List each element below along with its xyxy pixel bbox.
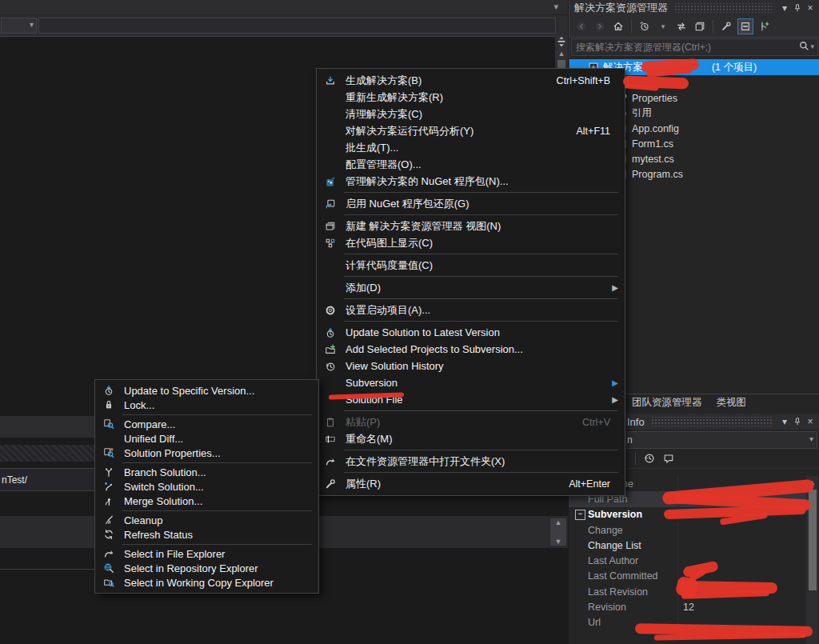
menu-item-show-on-code-map[interactable]: 在代码图上显示(C): [317, 234, 625, 251]
solution-explorer-header: 解决方案资源管理器 ▾ ×: [569, 0, 819, 16]
show-all-files-icon[interactable]: [737, 18, 753, 34]
build-icon: [322, 74, 339, 87]
search-icon[interactable]: ▾: [798, 40, 814, 52]
menu-item-paste[interactable]: 粘贴(P)Ctrl+V: [317, 414, 625, 430]
pin-icon[interactable]: [791, 415, 804, 428]
menu-item-clean-solution[interactable]: 清理解决方案(C): [317, 106, 625, 122]
menu-item-configuration-manager[interactable]: 配置管理器(O)...: [317, 156, 625, 173]
menu-item-open-folder-in-file-explorer[interactable]: 在文件资源管理器中打开文件夹(X): [317, 453, 625, 470]
menu-item-manage-nuget-packages[interactable]: 管理解决方案的 NuGet 程序包(N)...: [317, 173, 625, 190]
menu-separator: [122, 510, 312, 511]
menu-item-cleanup[interactable]: Cleanup: [95, 513, 318, 527]
toolbar-field[interactable]: [38, 18, 556, 34]
splitter-handle-icon[interactable]: [556, 35, 567, 48]
menu-item-label: Branch Solution...: [124, 466, 304, 478]
menu-item-properties[interactable]: 属性(R)Alt+Enter: [317, 475, 625, 492]
menu-item-label: 清理解决方案(C): [346, 107, 610, 122]
collapse-all-icon[interactable]: [693, 19, 707, 34]
sync-branch-icon[interactable]: [757, 19, 772, 34]
tab-2[interactable]: 类视图: [715, 394, 749, 412]
pin-icon[interactable]: [791, 2, 804, 14]
menu-item-update-to-specific-version[interactable]: Update to Specific Version...: [95, 383, 318, 398]
no-icon: [322, 142, 339, 154]
menu-item-rebuild-solution[interactable]: 重新生成解决方案(R): [317, 89, 625, 106]
nuget-restore-icon: [322, 198, 339, 210]
menu-item-subversion[interactable]: Subversion▶: [317, 374, 625, 391]
menu-separator: [344, 276, 618, 277]
menu-item-update-solution-latest[interactable]: Update Solution to Latest Version: [317, 324, 625, 341]
menu-item-label: Select in File Explorer: [124, 548, 304, 560]
grid-row-label: Change: [569, 525, 677, 536]
history-circle-icon[interactable]: [642, 451, 657, 466]
menu-item-add-projects-to-subversion[interactable]: Add Selected Projects to Subversion...: [317, 341, 625, 358]
menu-item-refresh-status[interactable]: Refresh Status: [95, 527, 318, 542]
tree-item-label: App.config: [632, 123, 679, 134]
solution-explorer-toolbar: ▾: [569, 16, 819, 38]
menu-item-shortcut: Ctrl+Shift+B: [557, 75, 610, 86]
comment-icon[interactable]: [661, 451, 676, 466]
grid-row-revision[interactable]: Revision12: [569, 599, 806, 614]
menu-item-compare[interactable]: Compare...: [95, 417, 318, 431]
refresh-icon[interactable]: [674, 19, 689, 34]
chevron-down-icon[interactable]: ▾: [553, 2, 558, 12]
menu-item-new-solution-explorer-view[interactable]: 新建 解决方案资源管理器 视图(N): [317, 218, 625, 234]
close-icon[interactable]: ×: [804, 415, 817, 428]
menu-item-select-in-working-copy-explorer[interactable]: Select in Working Copy Explorer: [95, 575, 318, 590]
nuget-icon: [322, 175, 339, 188]
menu-item-unified-diff[interactable]: Unified Diff...: [95, 431, 318, 446]
grip-texture: [674, 3, 772, 13]
menu-item-label: Lock...: [124, 399, 304, 411]
paste-icon: [322, 416, 339, 429]
svn-add-icon: [322, 343, 339, 356]
menu-item-label: 在代码图上显示(C): [346, 236, 610, 250]
menu-item-label: View Solution History: [346, 360, 610, 372]
menu-item-add[interactable]: 添加(D)▶: [317, 279, 625, 296]
menu-item-lock[interactable]: Lock...: [95, 398, 318, 412]
menu-item-label: 配置管理器(O)...: [346, 158, 610, 172]
no-icon: [322, 108, 339, 121]
menu-item-rename[interactable]: 重命名(M): [317, 430, 625, 447]
menu-item-branch-solution[interactable]: Branch Solution...: [95, 465, 318, 479]
chevron-down-small-icon[interactable]: ▾: [656, 19, 670, 34]
chevron-down-icon[interactable]: ▾: [778, 415, 791, 428]
grid-row-change[interactable]: Change: [569, 522, 806, 538]
menu-item-merge-solution[interactable]: Merge Solution...: [95, 494, 318, 508]
wc-explorer-icon: [100, 576, 118, 589]
gear-icon: [322, 304, 339, 317]
menu-item-select-in-file-explorer[interactable]: Select in File Explorer: [95, 546, 318, 561]
menu-item-select-in-repository-explorer[interactable]: Select in Repository Explorer: [95, 561, 318, 575]
tree-item-label: mytest.cs: [632, 154, 674, 165]
menu-item-calculate-code-metrics[interactable]: 计算代码度量值(C): [317, 257, 625, 274]
tree-item-label: 引用: [632, 106, 652, 120]
menu-item-batch-build[interactable]: 批生成(T)...: [317, 139, 625, 156]
tab-1[interactable]: 团队资源管理器: [630, 394, 704, 412]
menu-item-label: Merge Solution...: [124, 495, 304, 507]
codemap-icon: [322, 237, 339, 250]
home-icon[interactable]: [611, 19, 625, 34]
menu-item-set-startup-projects[interactable]: 设置启动项目(A)...: [317, 302, 625, 318]
pending-changes-icon[interactable]: [637, 19, 652, 34]
menu-separator: [344, 192, 618, 193]
menu-item-shortcut: Alt+F11: [577, 126, 611, 137]
menu-item-run-code-analysis[interactable]: 对解决方案运行代码分析(Y)Alt+F11: [317, 122, 625, 139]
search-input[interactable]: 搜索解决方案资源管理器(Ctrl+;) ▾: [571, 38, 818, 56]
menu-item-build-solution[interactable]: 生成解决方案(B)Ctrl+Shift+B: [317, 72, 625, 89]
menu-item-switch-solution[interactable]: Switch Solution...: [95, 479, 318, 494]
visual-studio-window: ▾ ▾ nTest/ ▲ ▼ ▲ 解决方案资源管理器 ▾ × ▾ 搜索解决方案: [0, 0, 819, 644]
collapse-expander-icon[interactable]: −: [575, 510, 585, 520]
menu-item-label: 粘贴(P): [346, 415, 566, 430]
menu-item-enable-nuget-restore[interactable]: 启用 NuGet 程序包还原(G): [317, 195, 625, 212]
grid-row-change-list[interactable]: Change List: [569, 538, 806, 553]
menu-item-solution-properties[interactable]: Solution Properties...: [95, 446, 318, 460]
menu-item-label: Refresh Status: [124, 529, 304, 541]
close-icon[interactable]: ×: [804, 2, 817, 14]
menu-item-label: Select in Working Copy Explorer: [124, 577, 304, 589]
mini-scrollbar[interactable]: ▲ ▼: [550, 518, 566, 546]
toolbar-combobox[interactable]: ▾: [1, 18, 37, 34]
properties-wrench-icon[interactable]: [719, 19, 733, 34]
menu-item-view-solution-history[interactable]: View Solution History: [317, 358, 625, 374]
chevron-down-icon[interactable]: ▾: [778, 2, 791, 14]
no-icon: [322, 125, 339, 138]
menu-separator: [122, 462, 312, 463]
grid-row-value: [677, 522, 806, 538]
